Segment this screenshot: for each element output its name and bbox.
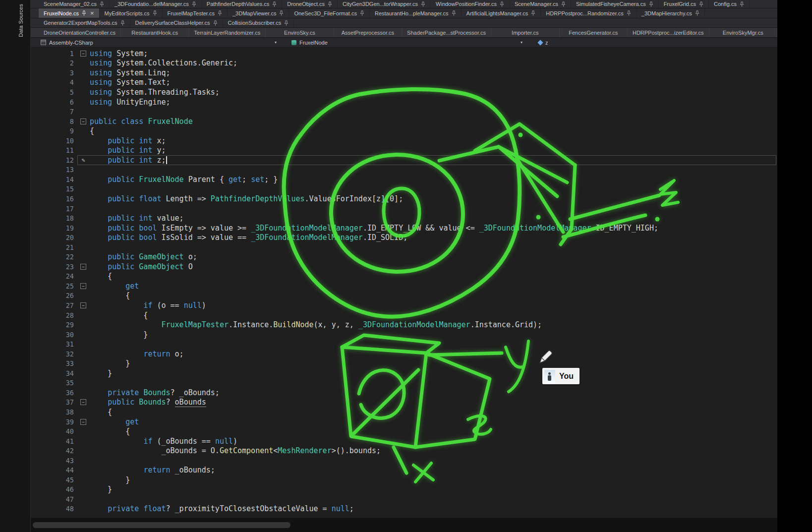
tab-label: CollisionSubscriber.cs: [228, 20, 282, 26]
tab-DeliverySurfaceClassHelper.cs[interactable]: DeliverySurfaceClassHelper.cs: [130, 18, 223, 27]
pin-icon[interactable]: [360, 10, 364, 16]
line-number: 10: [31, 137, 77, 145]
code-line: 2using System.Collections.Generic;: [31, 59, 777, 68]
tab-OneSec3D_FileFormat.cs[interactable]: OneSec3D_FileFormat.cs: [289, 8, 370, 18]
fold-toggle[interactable]: −: [80, 264, 86, 270]
pin-icon[interactable]: [82, 10, 86, 16]
code-text: {: [90, 408, 112, 416]
line-number: 33: [31, 359, 77, 367]
tab-MyEditorScripts.cs[interactable]: MyEditorScripts.cs: [100, 8, 163, 18]
pin-icon[interactable]: [627, 10, 631, 16]
pin-icon[interactable]: [531, 10, 535, 16]
member-dropdown[interactable]: z: [527, 38, 777, 47]
tab-Generator2ExportMapTools.cs[interactable]: Generator2ExportMapTools.cs: [39, 18, 130, 27]
code-line: 10 public int x;: [31, 136, 777, 146]
tab-EnviroSkyMgr.cs[interactable]: EnviroSkyMgr.cs: [709, 28, 777, 37]
presenter-badge: You: [542, 368, 580, 384]
tab-SceneManager_02.cs[interactable]: SceneManager_02.cs: [39, 0, 110, 8]
code-text: public class FruxelNode: [90, 117, 193, 126]
tab-_3DFoundatio...delManager.cs[interactable]: _3DFoundatio...delManager.cs: [110, 0, 202, 8]
tab-ShaderPackage...stProcessor.cs[interactable]: ShaderPackage...stProcessor.cs: [402, 28, 491, 37]
fold-toggle[interactable]: −: [80, 118, 86, 124]
line-number: 17: [31, 205, 77, 213]
project-icon: [41, 40, 46, 45]
fold-toggle[interactable]: −: [80, 283, 86, 289]
tab-RestaurantHo...pleManager.cs[interactable]: RestaurantHo...pleManager.cs: [370, 8, 462, 18]
project-dropdown[interactable]: Assembly-CSharp ▾: [31, 38, 282, 47]
line-number: 30: [31, 331, 77, 339]
tab-label: CityGen3DGen...torWrapper.cs: [343, 1, 418, 7]
tab-WindowPositionFinder.cs[interactable]: WindowPositionFinder.cs: [431, 0, 510, 8]
tab-FruxelGrid.cs[interactable]: FruxelGrid.cs: [659, 0, 709, 8]
pin-icon[interactable]: [218, 10, 222, 16]
fold-toggle[interactable]: −: [80, 51, 86, 57]
tab-label: DroneObject.cs: [287, 1, 325, 7]
pin-icon[interactable]: [192, 1, 196, 7]
tab-label: EnviroSky.cs: [284, 30, 315, 36]
pin-icon[interactable]: [421, 1, 425, 7]
fold-toggle[interactable]: −: [80, 419, 86, 425]
pin-icon[interactable]: [452, 10, 456, 16]
tab-_3DMapHierarchy.cs[interactable]: _3DMapHierarchy.cs: [637, 8, 705, 18]
close-icon[interactable]: ×: [90, 10, 94, 16]
ide-window: Data Sources SceneManager_02.cs_3DFounda…: [0, 0, 777, 532]
code-line: 36 private Bounds? _oBounds;: [31, 388, 777, 398]
horizontal-scrollbar[interactable]: [31, 517, 777, 532]
left-rail: Data Sources: [0, 0, 31, 532]
tab-FruxelMapTester.cs[interactable]: FruxelMapTester.cs: [163, 8, 228, 18]
tab-ArtificialLightsManager.cs[interactable]: ArtificialLightsManager.cs: [462, 8, 541, 18]
pin-icon[interactable]: [279, 10, 284, 16]
line-number: 43: [31, 457, 77, 465]
tab-SceneManager.cs[interactable]: SceneManager.cs: [510, 0, 571, 8]
fold-toggle[interactable]: −: [80, 302, 86, 308]
tab-Importer.cs[interactable]: Importer.cs: [491, 28, 559, 37]
fold-toggle[interactable]: −: [80, 399, 86, 405]
pin-icon[interactable]: [284, 20, 289, 26]
pin-icon[interactable]: [272, 1, 277, 7]
tab-RestaurantHook.cs[interactable]: RestaurantHook.cs: [121, 28, 189, 37]
code-line: 15: [31, 184, 777, 194]
field-icon: [537, 40, 543, 45]
tab-HDRPPostproc...izerEditor.cs[interactable]: HDRPPostproc...izerEditor.cs: [628, 28, 709, 37]
navigation-bar: Assembly-CSharp ▾ FruxelNode ▾ z: [31, 38, 777, 48]
tab-label: FencesGenerator.cs: [569, 30, 618, 36]
pin-icon[interactable]: [328, 1, 332, 7]
tab-Config.cs[interactable]: Config.cs: [709, 0, 750, 8]
pin-icon[interactable]: [699, 1, 703, 7]
scrollbar-thumb[interactable]: [33, 522, 290, 528]
tab-EnviroSky.cs[interactable]: EnviroSky.cs: [266, 28, 334, 37]
pin-icon[interactable]: [153, 10, 157, 16]
tab-CollisionSubscriber.cs[interactable]: CollisionSubscriber.cs: [223, 18, 294, 27]
line-number: 28: [31, 311, 77, 319]
pin-icon[interactable]: [649, 1, 653, 7]
tab-_3DMapViewer.cs[interactable]: _3DMapViewer.cs: [228, 8, 289, 18]
data-sources-panel-tab[interactable]: Data Sources: [18, 4, 24, 37]
tab-label: WindowPositionFinder.cs: [436, 1, 497, 7]
code-editor[interactable]: 1−using System;2using System.Collections…: [31, 49, 777, 517]
tab-CityGen3DGen...torWrapper.cs[interactable]: CityGen3DGen...torWrapper.cs: [338, 0, 431, 8]
tab-FencesGenerator.cs[interactable]: FencesGenerator.cs: [560, 28, 628, 37]
tab-AssetPreprocessor.cs[interactable]: AssetPreprocessor.cs: [334, 28, 402, 37]
tab-SimulatedFisheyeCamera.cs[interactable]: SimulatedFisheyeCamera.cs: [571, 0, 659, 8]
tab-FruxelNode.cs[interactable]: FruxelNode.cs×: [39, 8, 100, 18]
tab-DroneObject.cs[interactable]: DroneObject.cs: [282, 0, 338, 8]
line-number: 13: [31, 166, 77, 174]
code-text: public GameObject O: [90, 262, 193, 271]
tab-PathfinderDepthValues.cs[interactable]: PathfinderDepthValues.cs: [202, 0, 282, 8]
tab-TerrainLayerRandomizer.cs[interactable]: TerrainLayerRandomizer.cs: [189, 28, 266, 37]
pin-icon[interactable]: [695, 10, 699, 16]
code-line: 11 public int y;: [31, 145, 777, 155]
pin-icon[interactable]: [561, 1, 566, 7]
code-line: 1−using System;: [31, 49, 777, 59]
tab-DroneOrientationController.cs[interactable]: DroneOrientationController.cs: [39, 28, 121, 37]
type-dropdown[interactable]: FruxelNode ▾: [282, 38, 527, 47]
line-number: 34: [31, 369, 77, 377]
tab-HDRPPostproc...Randomizer.cs[interactable]: HDRPPostproc...Randomizer.cs: [541, 8, 637, 18]
pin-icon[interactable]: [213, 20, 218, 26]
pin-icon[interactable]: [500, 1, 504, 7]
pin-icon[interactable]: [120, 20, 125, 26]
line-number: 11: [31, 146, 77, 154]
pin-icon[interactable]: [740, 1, 744, 7]
pin-icon[interactable]: [100, 1, 104, 7]
code-line: 5using System.Threading.Tasks;: [31, 87, 777, 97]
